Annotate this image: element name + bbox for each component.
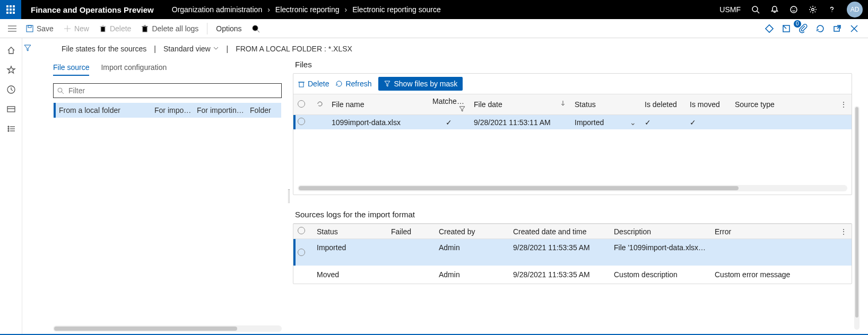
main-area: File source Import configuration From a … — [22, 55, 868, 334]
nav-favorites[interactable] — [6, 65, 16, 76]
col-matched[interactable]: Matche… — [428, 94, 470, 115]
col-is-moved[interactable]: Is moved — [685, 94, 731, 115]
svg-rect-40 — [299, 82, 303, 87]
filter-pane-button[interactable] — [23, 43, 32, 54]
breadcrumb-item[interactable]: Electronic reporting — [275, 5, 340, 14]
files-delete-button[interactable]: Delete — [298, 80, 329, 88]
plus-icon — [63, 24, 72, 33]
col-select[interactable] — [293, 94, 313, 115]
col-file-name[interactable]: File name — [327, 94, 428, 115]
show-files-by-mask-button[interactable]: Show files by mask — [378, 77, 463, 91]
tab-import-configuration[interactable]: Import configuration — [101, 60, 167, 77]
col-is-deleted[interactable]: Is deleted — [640, 94, 685, 115]
new-button[interactable]: New — [59, 22, 93, 35]
cell-status: Imported — [313, 239, 387, 266]
refresh-button[interactable] — [813, 21, 828, 36]
delete-all-logs-button[interactable]: Delete all logs — [136, 22, 203, 35]
save-button[interactable]: Save — [21, 22, 58, 35]
search-button[interactable] — [746, 0, 765, 19]
col-status[interactable]: Status — [570, 94, 640, 115]
close-icon — [849, 24, 859, 33]
toolbar-search-button[interactable] — [247, 22, 264, 35]
popout-button[interactable] — [830, 21, 845, 36]
view-selector[interactable]: Standard view — [163, 45, 219, 53]
clock-icon — [6, 85, 16, 94]
radio-icon[interactable] — [298, 249, 305, 256]
search-icon — [57, 87, 64, 94]
diamond-icon — [765, 24, 774, 33]
col-source-type[interactable]: Source type⋮ — [731, 94, 852, 115]
svg-line-21 — [257, 30, 259, 32]
breadcrumb-item[interactable]: Organization administration — [172, 5, 262, 14]
col-failed[interactable]: Failed — [387, 224, 435, 239]
funnel-icon — [384, 80, 391, 87]
table-row[interactable]: Imported Admin 9/28/2021 11:53:35 AM Fil… — [293, 239, 852, 266]
notifications-button[interactable] — [765, 0, 784, 19]
svg-point-6 — [831, 11, 832, 12]
cell-failed — [387, 266, 435, 284]
options-button[interactable]: Options — [212, 22, 246, 35]
detail-tabs: File source Import configuration — [53, 60, 282, 77]
cell-description: File '1099import-data.xlsx… — [610, 239, 710, 266]
breadcrumb-item[interactable]: Electronic reporting source — [352, 5, 441, 14]
svg-rect-11 — [28, 25, 31, 28]
company-picker[interactable]: USMF — [714, 5, 746, 14]
nav-recent[interactable] — [6, 85, 16, 96]
save-icon — [25, 24, 34, 33]
nav-home[interactable] — [6, 46, 16, 57]
chevron-down-icon: ⌄ — [630, 118, 636, 127]
feedback-button[interactable] — [784, 0, 803, 19]
show-by-mask-label: Show files by mask — [394, 80, 458, 88]
col-refresh[interactable] — [313, 94, 327, 115]
filter-input-wrapper[interactable] — [53, 83, 282, 98]
nav-workspaces[interactable] — [6, 104, 16, 116]
delete-button[interactable]: Delete — [94, 22, 135, 35]
grid-row[interactable]: From a local folder For impor… For impor… — [54, 103, 281, 118]
help-button[interactable] — [822, 0, 841, 19]
svg-point-5 — [812, 8, 814, 11]
table-row[interactable]: Moved Admin 9/28/2021 11:53:35 AM Custom… — [293, 266, 852, 284]
col-file-date[interactable]: File date — [470, 94, 570, 115]
more-icon[interactable]: ⋮ — [840, 100, 847, 109]
horizontal-scrollbar[interactable] — [53, 325, 282, 332]
col-description[interactable]: Description — [610, 224, 710, 239]
settings-button[interactable] — [803, 0, 822, 19]
office-button[interactable] — [779, 21, 794, 36]
funnel-icon — [459, 105, 465, 112]
horizontal-scrollbar[interactable] — [298, 185, 847, 191]
search-icon — [251, 24, 260, 33]
col-select[interactable] — [293, 224, 313, 239]
attachments-button[interactable]: 0 — [796, 21, 811, 36]
diamond-button[interactable] — [762, 21, 777, 36]
cell-is-moved: ✓ — [685, 115, 731, 130]
cell-c3: For importin… — [197, 106, 245, 114]
nav-modules[interactable] — [6, 124, 16, 135]
files-refresh-button[interactable]: Refresh — [335, 80, 371, 88]
app-launcher-button[interactable] — [0, 0, 21, 19]
tab-file-source[interactable]: File source — [53, 60, 89, 77]
col-created-dt[interactable]: Created date and time — [509, 224, 610, 239]
filter-input[interactable] — [67, 86, 278, 95]
splitter-handle[interactable] — [284, 58, 293, 334]
nav-toggle-button[interactable] — [3, 19, 21, 38]
save-label: Save — [37, 24, 54, 33]
avatar[interactable]: AD — [847, 2, 863, 17]
action-toolbar: Save New Delete Delete all logs Options … — [0, 19, 868, 38]
table-row[interactable]: 1099import-data.xlsx ✓ 9/28/2021 11:53:1… — [293, 115, 852, 130]
gear-icon — [809, 5, 817, 14]
radio-icon[interactable] — [298, 118, 305, 125]
cell-is-deleted: ✓ — [640, 115, 685, 130]
cell-status: Moved — [313, 266, 387, 284]
col-created-by[interactable]: Created by — [435, 224, 509, 239]
svg-point-38 — [58, 88, 62, 92]
cell-status[interactable]: Imported⌄ — [570, 115, 640, 130]
close-button[interactable] — [847, 21, 862, 36]
cell-c4: Folder — [250, 106, 276, 114]
col-error[interactable]: Error⋮ — [710, 224, 852, 239]
vertical-scrollbar[interactable] — [854, 106, 860, 330]
page-title: File states for the sources — [62, 45, 146, 53]
more-icon[interactable]: ⋮ — [840, 227, 847, 236]
col-status[interactable]: Status — [313, 224, 387, 239]
refresh-icon — [815, 24, 825, 33]
trash-icon — [99, 24, 107, 33]
